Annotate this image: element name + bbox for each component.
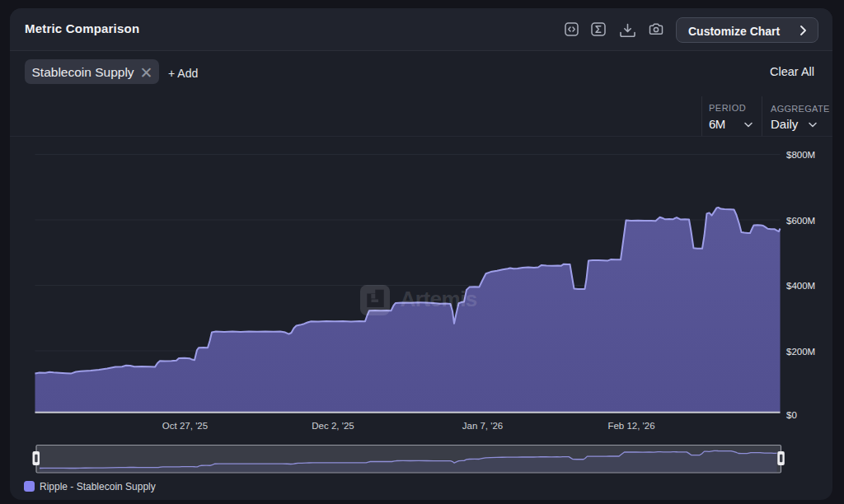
svg-text:$0: $0 xyxy=(786,410,797,420)
svg-text:Jan 7, '26: Jan 7, '26 xyxy=(462,421,504,431)
svg-text:Dec 2, '25: Dec 2, '25 xyxy=(312,421,354,431)
svg-text:Feb 12, '26: Feb 12, '26 xyxy=(607,421,654,431)
svg-text:$200M: $200M xyxy=(786,347,815,357)
svg-text:$600M: $600M xyxy=(786,216,815,226)
svg-text:$400M: $400M xyxy=(786,281,815,291)
svg-text:$800M: $800M xyxy=(786,150,815,160)
svg-text:Oct 27, '25: Oct 27, '25 xyxy=(162,421,208,431)
